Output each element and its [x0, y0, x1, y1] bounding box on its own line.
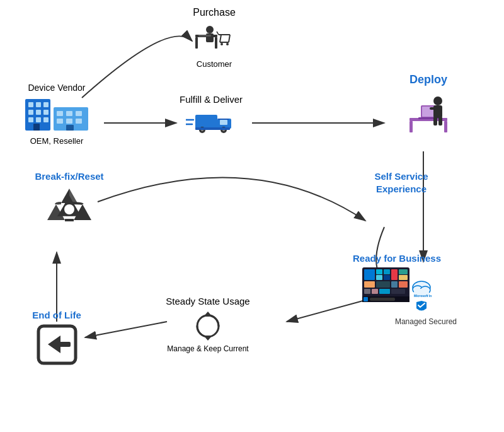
svg-rect-28: [36, 117, 41, 122]
svg-rect-21: [28, 102, 33, 107]
svg-rect-80: [370, 298, 395, 301]
purchase-node: Purchase: [173, 6, 255, 70]
purchase-label: Purchase: [173, 6, 255, 20]
svg-rect-51: [410, 121, 413, 132]
svg-rect-75: [372, 289, 378, 294]
svg-rect-76: [379, 289, 390, 294]
svg-line-15: [229, 35, 230, 42]
svg-rect-12: [198, 35, 211, 37]
svg-rect-74: [364, 289, 370, 294]
svg-rect-63: [376, 269, 382, 274]
svg-rect-25: [36, 110, 41, 115]
svg-point-18: [226, 43, 229, 45]
svg-rect-92: [59, 342, 71, 347]
svg-marker-43: [217, 119, 229, 120]
end-of-life-node: End of Life: [13, 309, 101, 368]
svg-rect-22: [36, 102, 41, 107]
break-fix-icon: [19, 185, 120, 230]
fulfill-node: Fulfill & Deliver: [161, 93, 261, 139]
device-vendor-sublabel: OEM, Reseller: [9, 136, 104, 147]
svg-rect-8: [195, 37, 198, 49]
svg-rect-37: [76, 119, 82, 124]
ready-for-business-icon: Microsoft Intune: [334, 267, 460, 315]
diagram-container: Purchase: [0, 0, 504, 432]
svg-rect-26: [43, 110, 49, 115]
svg-rect-64: [376, 275, 382, 280]
end-of-life-label: End of Life: [13, 309, 101, 322]
svg-rect-71: [376, 281, 390, 288]
managed-secured-label: Managed Secured: [334, 317, 460, 326]
break-fix-node: Break-fix/Reset: [19, 170, 120, 232]
steady-state-icon: [145, 310, 271, 342]
svg-rect-79: [364, 297, 368, 301]
svg-rect-44: [220, 120, 227, 125]
svg-rect-38: [66, 125, 74, 131]
svg-rect-60: [430, 107, 435, 110]
svg-rect-70: [364, 281, 375, 288]
svg-rect-59: [438, 117, 442, 126]
self-service-label: Self Service Experience: [360, 170, 442, 195]
svg-rect-32: [57, 111, 63, 116]
svg-rect-24: [28, 110, 33, 115]
ready-for-business-label: Ready for Business: [334, 252, 460, 265]
svg-rect-73: [399, 281, 408, 288]
svg-rect-30: [33, 124, 40, 131]
svg-rect-69: [399, 275, 408, 280]
svg-rect-72: [391, 281, 398, 288]
svg-point-56: [433, 96, 442, 105]
device-vendor-label: Device Vendor: [9, 82, 104, 93]
svg-point-10: [206, 26, 214, 33]
svg-rect-29: [43, 117, 49, 122]
svg-rect-66: [384, 275, 390, 280]
svg-rect-23: [43, 102, 49, 107]
deploy-label: Deploy: [378, 73, 479, 87]
svg-rect-57: [433, 105, 442, 118]
svg-point-17: [220, 43, 223, 45]
svg-rect-9: [215, 37, 217, 49]
deploy-node: Deploy: [378, 73, 479, 136]
fulfill-label: Fulfill & Deliver: [161, 93, 261, 106]
svg-rect-27: [28, 117, 33, 122]
break-fix-label: Break-fix/Reset: [19, 170, 120, 183]
svg-point-89: [64, 204, 74, 214]
steady-state-sublabel: Manage & Keep Current: [145, 344, 271, 354]
steady-state-label: Steady State Usage: [145, 295, 271, 308]
svg-rect-41: [195, 115, 217, 129]
svg-line-19: [217, 32, 219, 35]
svg-rect-65: [384, 269, 390, 274]
svg-rect-36: [66, 119, 72, 124]
svg-rect-77: [391, 289, 405, 294]
svg-rect-49: [195, 127, 230, 130]
steady-state-node: Steady State Usage Manage & Keep Current: [145, 295, 271, 354]
svg-rect-52: [444, 121, 447, 132]
svg-marker-87: [203, 336, 212, 341]
deploy-icon: [378, 90, 479, 134]
device-vendor-node: Device Vendor: [9, 82, 104, 147]
svg-rect-68: [399, 269, 408, 274]
svg-rect-33: [66, 111, 72, 116]
svg-text:Microsoft Intune: Microsoft Intune: [414, 294, 432, 298]
purchase-icon: [173, 22, 255, 57]
svg-rect-67: [391, 269, 398, 280]
svg-rect-58: [433, 117, 437, 126]
svg-line-14: [220, 35, 221, 42]
svg-rect-34: [76, 111, 82, 116]
self-service-node: Self Service Experience: [360, 170, 442, 195]
svg-rect-35: [57, 119, 63, 124]
purchase-sublabel: Customer: [173, 59, 255, 70]
device-vendor-icon: [9, 96, 104, 134]
svg-marker-91: [48, 336, 60, 353]
svg-rect-62: [364, 269, 375, 280]
end-of-life-icon: [13, 324, 101, 365]
fulfill-icon: [161, 108, 261, 137]
ready-for-business-node: Ready for Business: [334, 252, 460, 326]
